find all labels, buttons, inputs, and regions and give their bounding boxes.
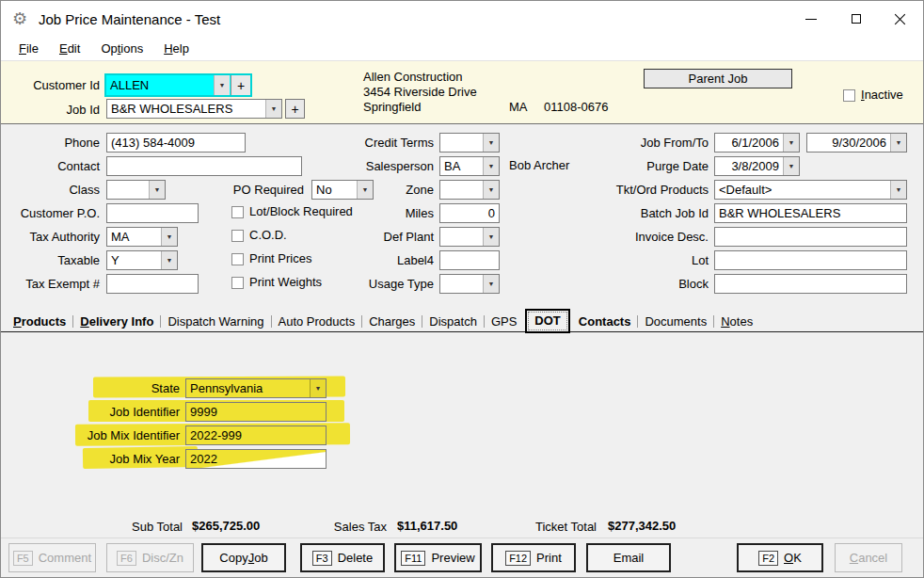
disc-zn-button[interactable]: F6Disc/Zn	[106, 543, 194, 572]
chevron-down-icon[interactable]: ▼	[149, 181, 165, 199]
label4-input[interactable]	[439, 250, 500, 270]
maximize-icon	[852, 14, 861, 24]
lot-label: Lot	[566, 250, 709, 270]
customer-po-label: Customer P.O.	[1, 203, 100, 223]
menu-edit[interactable]: Edit	[49, 39, 90, 58]
tab-delivery-info[interactable]: Delivery Info	[73, 312, 160, 331]
class-select[interactable]: ▼	[106, 180, 166, 200]
ticket-total-value: $277,342.50	[608, 519, 676, 533]
email-button[interactable]: Email	[586, 543, 671, 572]
app-window: ⚙ Job Price Maintenance - Test File Edit…	[0, 0, 924, 578]
add-job-button[interactable]: +	[285, 99, 305, 119]
phone-input[interactable]: (413) 584-4009	[106, 133, 246, 153]
copy-job-button[interactable]: Copy Job	[201, 543, 286, 572]
minimize-button[interactable]	[789, 1, 833, 37]
print-button[interactable]: F12Print	[491, 543, 576, 572]
job-mix-year-input[interactable]: 2022	[185, 449, 327, 469]
contact-label: Contact	[1, 156, 100, 176]
block-input[interactable]	[714, 274, 907, 294]
customer-id-select[interactable]: ALLEN ▼ +	[104, 73, 252, 97]
print-prices-checkbox[interactable]	[231, 253, 244, 265]
invoice-desc-input[interactable]	[714, 227, 907, 247]
tab-products[interactable]: Products	[7, 312, 72, 331]
f6-key-badge: F6	[117, 551, 136, 566]
tab-contacts[interactable]: Contacts	[572, 312, 638, 331]
tax-authority-select[interactable]: MA▼	[106, 227, 178, 247]
chevron-down-icon[interactable]: ▼	[890, 181, 906, 199]
menu-file[interactable]: File	[8, 39, 49, 58]
chevron-down-icon[interactable]: ▼	[783, 157, 799, 175]
chevron-down-icon[interactable]: ▼	[483, 134, 499, 152]
tab-dot[interactable]: DOT	[525, 309, 569, 333]
usage-type-select[interactable]: ▼	[439, 274, 500, 294]
def-plant-select[interactable]: ▼	[439, 227, 500, 247]
credit-terms-select[interactable]: ▼	[439, 133, 500, 153]
parent-job-button[interactable]: Parent Job	[644, 69, 792, 88]
tab-notes[interactable]: Notes	[714, 312, 759, 331]
job-identifier-input[interactable]: 9999	[185, 402, 327, 422]
chevron-down-icon[interactable]: ▼	[483, 275, 499, 293]
chevron-down-icon[interactable]: ▼	[265, 100, 281, 118]
job-id-select[interactable]: B&R WHOLESALERS ▼	[106, 99, 282, 119]
job-identifier-label: Job Identifier	[39, 402, 180, 422]
f11-key-badge: F11	[401, 551, 425, 566]
chevron-down-icon[interactable]: ▼	[214, 75, 230, 95]
tab-auto-products[interactable]: Auto Products	[272, 312, 362, 331]
cod-checkbox[interactable]	[231, 230, 244, 242]
add-customer-button[interactable]: +	[231, 75, 250, 95]
chevron-down-icon[interactable]: ▼	[161, 228, 177, 246]
job-to-date-select[interactable]: 9/30/2006▼	[806, 133, 907, 153]
tax-exempt-input[interactable]	[106, 274, 199, 294]
footer-divider	[1, 538, 923, 538]
lot-block-required-checkbox[interactable]	[231, 206, 244, 218]
zone-select[interactable]: ▼	[439, 180, 500, 200]
inactive-label: Inactive	[861, 88, 903, 102]
tax-exempt-label: Tax Exempt #	[1, 274, 100, 294]
taxable-select[interactable]: Y▼	[106, 250, 178, 270]
miles-label: Miles	[321, 203, 434, 223]
miles-input[interactable]: 0	[439, 203, 500, 223]
customer-id-label: Customer Id	[1, 75, 100, 95]
chevron-down-icon[interactable]: ▼	[161, 251, 177, 269]
salesperson-select[interactable]: BA▼	[439, 156, 500, 176]
close-button[interactable]	[878, 1, 921, 37]
tab-dispatch[interactable]: Dispatch	[422, 312, 484, 331]
ok-button[interactable]: F2OK	[737, 543, 823, 572]
lot-input[interactable]	[714, 250, 907, 270]
customer-po-input[interactable]	[106, 203, 199, 223]
chevron-down-icon[interactable]: ▼	[357, 181, 373, 199]
chevron-down-icon[interactable]: ▼	[310, 379, 326, 397]
cancel-button[interactable]: Cancel	[835, 543, 902, 572]
job-mix-identifier-input[interactable]: 2022-999	[185, 425, 327, 445]
class-label: Class	[1, 180, 100, 200]
menu-options[interactable]: Options	[90, 39, 153, 58]
chevron-down-icon[interactable]: ▼	[483, 228, 499, 246]
purge-date-select[interactable]: 3/8/2009▼	[714, 156, 800, 176]
chevron-down-icon[interactable]: ▼	[890, 134, 906, 152]
maximize-button[interactable]	[835, 1, 878, 37]
delete-button[interactable]: F3Delete	[300, 543, 385, 572]
job-from-date-select[interactable]: 6/1/2006▼	[714, 133, 800, 153]
chevron-down-icon[interactable]: ▼	[483, 157, 499, 175]
tax-authority-label: Tax Authority	[1, 227, 100, 247]
menu-help[interactable]: Help	[153, 39, 199, 58]
tab-charges[interactable]: Charges	[362, 312, 422, 331]
inactive-checkbox[interactable]	[843, 89, 855, 102]
window-title: Job Price Maintenance - Test	[39, 11, 220, 27]
po-required-select[interactable]: No▼	[311, 180, 374, 200]
tab-dispatch-warning[interactable]: Dispatch Warning	[161, 312, 270, 331]
block-label: Block	[566, 274, 709, 294]
chevron-down-icon[interactable]: ▼	[783, 134, 799, 152]
purge-date-label: Purge Date	[566, 156, 709, 176]
chevron-down-icon[interactable]: ▼	[483, 181, 499, 199]
batch-job-id-input[interactable]: B&R WHOLESALERS	[714, 203, 907, 223]
state-select[interactable]: Pennsylvania▼	[185, 378, 327, 398]
contact-input[interactable]	[106, 156, 302, 176]
tkt-ord-products-select[interactable]: <Default>▼	[714, 180, 907, 200]
print-prices-label: Print Prices	[249, 251, 311, 265]
preview-button[interactable]: F11Preview	[394, 543, 482, 572]
tab-documents[interactable]: Documents	[638, 312, 713, 331]
tab-gps[interactable]: GPS	[485, 312, 523, 331]
print-weights-checkbox[interactable]	[231, 277, 244, 289]
comment-button[interactable]: F5Comment	[8, 543, 96, 572]
